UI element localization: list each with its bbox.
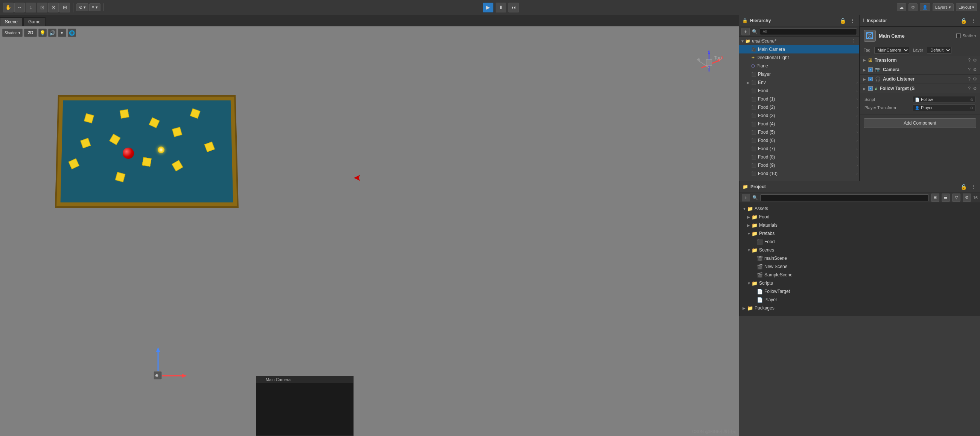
move-tool-btn[interactable]: ↔ [14, 3, 25, 13]
hierarchy-item-food[interactable]: ⬛ Food › [739, 87, 859, 95]
hand-tool-btn[interactable]: ✋ [3, 3, 14, 13]
scene-gizmo-toggle[interactable]: 🌐 [68, 29, 76, 37]
project-new-scene[interactable]: 🎬 New Scene [740, 263, 980, 271]
project-add-btn[interactable]: + [742, 194, 750, 201]
pivot-btn[interactable]: ⊙ ▾ [76, 3, 88, 11]
add-component-btn[interactable]: Add Component [864, 118, 976, 128]
hierarchy-item-player[interactable]: ⬛ Player [739, 70, 859, 78]
local-btn[interactable]: ≡ ▾ [89, 3, 100, 11]
project-filter-btn[interactable]: ▽ [952, 194, 961, 202]
scene-folder-icon: 📁 [745, 39, 751, 44]
collab-btn[interactable]: ☁ [897, 3, 906, 11]
hierarchy-item-food-9[interactable]: ⬛ Food (9) › [739, 161, 859, 169]
inspector-lock-btn[interactable]: 🔒 [959, 18, 968, 24]
rotate-tool-btn[interactable]: ↕ [25, 3, 36, 13]
project-packages[interactable]: ▶ 📁 Packages [740, 304, 980, 312]
hierarchy-item-food-3[interactable]: ⬛ Food (3) › [739, 111, 859, 120]
transform-header[interactable]: ▶ ⊞ Transform ? ⚙ [860, 55, 980, 65]
account-btn[interactable]: 👤 [920, 3, 930, 11]
rect-tool-btn[interactable]: ⊠ [48, 3, 59, 13]
shaded-btn[interactable]: Shaded ▾ [2, 29, 22, 37]
audio-comp-checkbox[interactable]: ✓ [868, 77, 873, 81]
project-food-folder[interactable]: ▶ 📁 Food [740, 213, 980, 221]
tag-dropdown[interactable]: MainCamera [874, 47, 909, 54]
layer-dropdown[interactable]: Default [927, 47, 951, 54]
hierarchy-item-food-4[interactable]: ⬛ Food (4) › [739, 120, 859, 128]
project-food-prefab[interactable]: ⬛ Food [740, 237, 980, 246]
inspector-panel: ℹ Inspector 🔒 ⋮ [859, 15, 980, 181]
hierarchy-scene-row[interactable]: ▼ 📁 mainScene* ⋮ [739, 37, 859, 45]
hierarchy-item-food-5[interactable]: ⬛ Food (5) › [739, 128, 859, 136]
scene-view[interactable]: Shaded ▾ 2D 💡 🔊 ✦ 🌐 [0, 26, 739, 436]
follow-comp-header[interactable]: ▶ ✓ # Follow Target (S ? ⚙ [860, 84, 980, 93]
step-btn[interactable]: ⏭ [508, 3, 519, 13]
scene-tab[interactable]: Scene [0, 18, 22, 26]
follow-settings-icon[interactable]: ⚙ [973, 86, 977, 91]
project-materials-folder[interactable]: ▶ 📁 Materials [740, 221, 980, 229]
project-list-view-btn[interactable]: ☰ [942, 194, 950, 202]
project-scripts-folder[interactable]: ▼ 📁 Scripts [740, 279, 980, 287]
scene-more-btn[interactable]: ⋮ [850, 38, 858, 44]
play-btn[interactable]: ▶ [483, 3, 493, 13]
right-panels: 🔒 Hierarchy 🔒 ⋮ + 🔍 [739, 15, 980, 436]
project-lock-icon: 📁 [743, 184, 748, 189]
food1-label: Food (1) [758, 96, 775, 102]
hierarchy-item-directional-light[interactable]: ☀ Directional Light [739, 54, 859, 62]
camera-comp-header[interactable]: ▶ ✓ 📷 Camera ? ⚙ [860, 65, 980, 74]
audio-toggle[interactable]: 🔊 [48, 29, 56, 37]
project-follow-target[interactable]: 📄 FollowTarget [740, 287, 980, 296]
project-more-btn[interactable]: ⋮ [969, 184, 977, 190]
game-tab[interactable]: Game [23, 18, 46, 26]
project-lock-btn[interactable]: 🔒 [959, 184, 968, 190]
hierarchy-item-food-1[interactable]: ⬛ Food (1) › [739, 95, 859, 103]
inspector-more-btn[interactable]: ⋮ [969, 18, 977, 24]
2d-btn[interactable]: 2D [24, 29, 37, 37]
project-sort-btn[interactable]: ⚙ [963, 194, 971, 202]
camera-comp-checkbox[interactable]: ✓ [868, 67, 873, 72]
food6-icon: ⬛ [751, 138, 756, 143]
light-icon: ☀ [751, 55, 755, 60]
player-transform-value[interactable]: 👤 Player ⊙ [913, 104, 975, 111]
layers-btn[interactable]: Layers ▾ [932, 3, 954, 11]
script-field-value[interactable]: 📄 Follow ⊙ [913, 96, 975, 103]
hierarchy-search-input[interactable] [760, 28, 857, 35]
project-search-icon: 🔍 [752, 195, 758, 200]
project-icon-view-btn[interactable]: ⊞ [931, 194, 939, 202]
hierarchy-item-food-7[interactable]: ⬛ Food (7) › [739, 145, 859, 153]
scale-tool-btn[interactable]: ⊡ [37, 3, 48, 13]
project-player-script[interactable]: 📄 Player [740, 296, 980, 304]
project-search-input[interactable] [760, 194, 929, 201]
static-checkbox[interactable] [956, 33, 961, 38]
hierarchy-header-actions: 🔒 ⋮ [838, 18, 856, 24]
hierarchy-item-food-8[interactable]: ⬛ Food (8) › [739, 153, 859, 161]
main-toolbar: ✋ ↔ ↕ ⊡ ⊠ ⊞ ⊙ ▾ ≡ ▾ ▶ ⏸ ⏭ ☁ ⚙ 👤 Layers ▾… [0, 0, 980, 15]
transform-help-icon: ? [968, 57, 970, 63]
audio-settings-icon[interactable]: ⚙ [973, 76, 977, 82]
project-sample-scene[interactable]: 🎬 SampleScene [740, 271, 980, 279]
hierarchy-more-btn[interactable]: ⋮ [849, 18, 856, 24]
follow-comp-checkbox[interactable]: ✓ [868, 86, 873, 91]
cloud-btn[interactable]: ⚙ [908, 3, 918, 11]
project-prefabs-folder[interactable]: ▼ 📁 Prefabs [740, 229, 980, 237]
camera-settings-icon[interactable]: ⚙ [973, 67, 977, 72]
transform-settings-icon[interactable]: ⚙ [973, 57, 977, 63]
hierarchy-item-main-camera[interactable]: 🎥 Main Camera [739, 45, 859, 54]
project-main-scene[interactable]: 🎬 mainScene [740, 254, 980, 263]
hierarchy-item-food-6[interactable]: ⬛ Food (6) › [739, 136, 859, 145]
project-scenes-folder[interactable]: ▼ 📁 Scenes [740, 246, 980, 254]
hierarchy-item-env[interactable]: ▶ ⬛ Env › [739, 78, 859, 87]
project-header: 📁 Project 🔒 ⋮ [740, 181, 980, 193]
fx-toggle[interactable]: ✦ [58, 29, 66, 37]
hierarchy-item-food-10[interactable]: ⬛ Food (10) › [739, 169, 859, 178]
project-assets[interactable]: ▼ 📁 Assets [740, 204, 980, 213]
layout-btn[interactable]: Layout ▾ [956, 3, 977, 11]
project-toolbar: + 🔍 ⊞ ☰ ▽ ⚙ 16 [740, 193, 980, 203]
hierarchy-item-plane[interactable]: ⬡ Plane [739, 62, 859, 70]
hierarchy-lock-btn[interactable]: 🔒 [838, 18, 847, 24]
light-toggle[interactable]: 💡 [38, 29, 47, 37]
audio-comp-header[interactable]: ▶ ✓ 🎧 Audio Listener ? ⚙ [860, 75, 980, 84]
hierarchy-item-food-2[interactable]: ⬛ Food (2) › [739, 103, 859, 111]
pause-btn[interactable]: ⏸ [496, 3, 506, 13]
hierarchy-add-btn[interactable]: + [741, 28, 750, 35]
all-tool-btn[interactable]: ⊞ [59, 3, 70, 13]
